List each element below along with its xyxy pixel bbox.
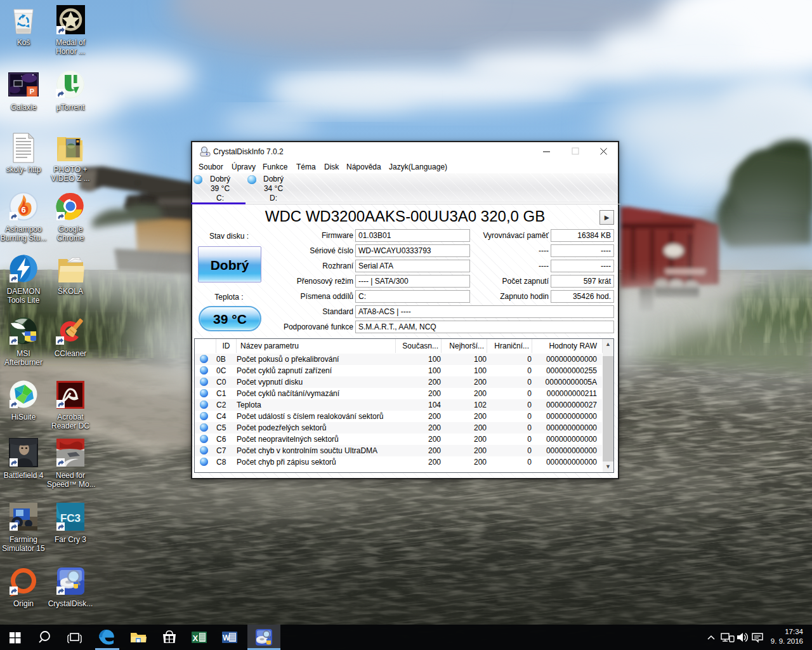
svg-text:X: X: [193, 633, 199, 643]
svg-text:P: P: [30, 88, 34, 95]
svg-text:W: W: [223, 633, 230, 642]
svg-text:6: 6: [21, 205, 25, 215]
